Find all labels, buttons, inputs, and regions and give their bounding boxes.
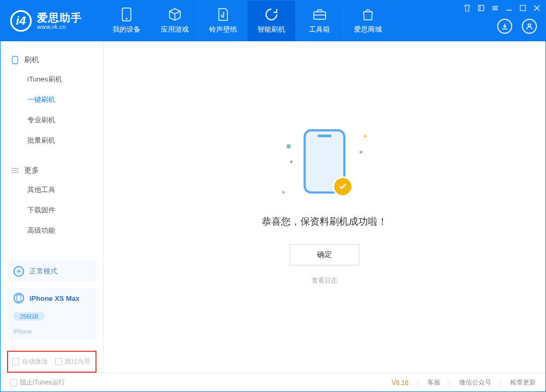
device-type: iPhone: [13, 328, 32, 335]
svg-point-13: [528, 24, 531, 27]
bag-icon: [361, 8, 375, 21]
main-content: ✦✦ 恭喜您，保资料刷机成功啦！ 确定 查看日志: [104, 41, 545, 373]
close-icon[interactable]: [533, 4, 541, 12]
sidebar: 刷机 iTunes刷机 一键刷机 专业刷机 批量刷机 更多 其他工具 下载固件 …: [1, 41, 104, 373]
nav-label: 工具箱: [309, 25, 330, 34]
music-file-icon: [216, 8, 230, 21]
app-header: i4 爱思助手 www.i4.cn 我的设备 应用游戏 铃声壁纸 智能刷机 工具…: [1, 1, 545, 41]
svg-rect-10: [520, 5, 526, 11]
svg-point-18: [18, 270, 20, 272]
download-icon[interactable]: [497, 19, 512, 34]
view-log-link[interactable]: 查看日志: [312, 276, 337, 285]
svg-rect-20: [17, 295, 21, 301]
minimize-icon[interactable]: [505, 4, 513, 12]
nav-store[interactable]: 爱思商城: [344, 1, 392, 41]
checkbox-icon: [55, 358, 62, 365]
body: 刷机 iTunes刷机 一键刷机 专业刷机 批量刷机 更多 其他工具 下载固件 …: [1, 41, 545, 373]
logo-icon: i4: [10, 10, 32, 32]
user-icon[interactable]: [522, 19, 537, 34]
checkbox-icon: [10, 379, 17, 386]
footer: 阻止iTunes运行 V8.16 | 客服 | 微信公众号 | 检查更新: [1, 373, 545, 392]
sidebar-item-batch-flash[interactable]: 批量刷机: [1, 130, 103, 151]
phone-small-icon: [11, 56, 19, 64]
group-title-label: 刷机: [24, 55, 39, 65]
svg-rect-14: [12, 56, 18, 64]
checkbox-auto-activate[interactable]: 自动激活: [12, 357, 48, 366]
nav-ringtones[interactable]: 铃声壁纸: [199, 1, 247, 41]
mode-icon: [13, 266, 24, 277]
refresh-shield-icon: [264, 8, 278, 21]
sidebar-item-download-firmware[interactable]: 下载固件: [1, 200, 103, 220]
toolbox-icon: [313, 8, 327, 21]
cube-icon: [168, 8, 182, 21]
nav-smart-flash[interactable]: 智能刷机: [247, 1, 296, 41]
nav-apps-games[interactable]: 应用游戏: [151, 1, 199, 41]
flash-options-box: 自动激活 跳过向导: [7, 351, 97, 373]
nav-label: 铃声壁纸: [209, 25, 237, 34]
phone-icon: [120, 8, 134, 21]
opt-label: 跳过向导: [65, 357, 91, 366]
checkbox-block-itunes[interactable]: 阻止iTunes运行: [10, 378, 65, 387]
device-info-card[interactable]: iPhone XS Max 256GB iPhone: [7, 287, 97, 340]
sidebar-item-pro-flash[interactable]: 专业刷机: [1, 110, 103, 130]
ok-button[interactable]: 确定: [290, 244, 359, 265]
device-icon: [13, 293, 24, 304]
header-right-icons: [497, 19, 537, 34]
checkbox-skip-guide[interactable]: 跳过向导: [55, 357, 91, 366]
list-icon: [11, 167, 19, 174]
device-mode-card[interactable]: 正常模式: [7, 261, 97, 282]
maximize-icon[interactable]: [519, 4, 527, 12]
svg-point-1: [126, 18, 127, 20]
device-cards: 正常模式 iPhone XS Max 256GB iPhone: [1, 261, 103, 345]
svg-rect-4: [478, 5, 484, 11]
success-check-icon: [333, 176, 353, 197]
footer-support-link[interactable]: 客服: [427, 378, 440, 387]
app-title: 爱思助手: [37, 12, 82, 24]
device-name: iPhone XS Max: [29, 294, 79, 302]
sidebar-group-more: 更多: [1, 161, 103, 180]
device-storage-badge: 256GB: [13, 312, 45, 321]
nav-label: 应用游戏: [161, 25, 189, 34]
checkbox-icon: [12, 358, 19, 365]
nav-label: 智能刷机: [257, 25, 285, 34]
shirt-icon[interactable]: [463, 4, 471, 12]
version-label: V8.16: [392, 379, 408, 387]
footer-wechat-link[interactable]: 微信公众号: [459, 378, 491, 387]
nav-label: 我的设备: [113, 25, 141, 34]
sidebar-item-other-tools[interactable]: 其他工具: [1, 180, 103, 200]
top-nav: 我的设备 应用游戏 铃声壁纸 智能刷机 工具箱 爱思商城: [102, 1, 392, 41]
success-message: 恭喜您，保资料刷机成功啦！: [262, 215, 387, 228]
logo-block: i4 爱思助手 www.i4.cn: [1, 1, 102, 41]
menu-icon[interactable]: [491, 4, 499, 12]
device-mode-label: 正常模式: [29, 267, 57, 276]
nav-toolbox[interactable]: 工具箱: [296, 1, 344, 41]
sidebar-item-advanced[interactable]: 高级功能: [1, 220, 103, 241]
footer-block-itunes-label: 阻止iTunes运行: [20, 378, 65, 387]
svg-rect-2: [314, 12, 326, 19]
sidebar-item-one-click-flash[interactable]: 一键刷机: [1, 90, 103, 110]
footer-update-link[interactable]: 检查更新: [510, 378, 536, 387]
nav-label: 爱思商城: [354, 25, 382, 34]
notebook-icon[interactable]: [477, 4, 485, 12]
sidebar-group-flash: 刷机: [1, 51, 103, 69]
nav-my-device[interactable]: 我的设备: [102, 1, 151, 41]
success-illustration: ✦✦: [279, 129, 370, 199]
opt-label: 自动激活: [22, 357, 48, 366]
app-subtitle: www.i4.cn: [37, 24, 82, 30]
group-title-label: 更多: [24, 166, 39, 175]
window-controls: [463, 4, 541, 12]
sidebar-item-itunes-flash[interactable]: iTunes刷机: [1, 69, 103, 90]
